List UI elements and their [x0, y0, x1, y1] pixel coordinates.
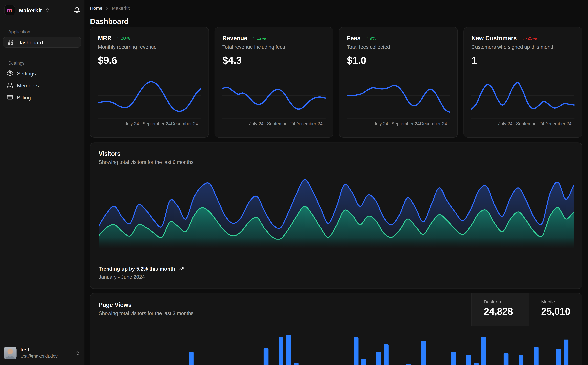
page-views-header: Page Views Showing total visitors for th… — [90, 293, 582, 326]
visitors-date-range: January - June 2024 — [99, 274, 145, 280]
credit-card-icon — [7, 94, 13, 101]
stat-value: $1.0 — [347, 55, 450, 66]
trend-arrow-icon: ↓ — [522, 35, 524, 41]
stat-value: $4.3 — [222, 55, 325, 66]
trend-badge: ↑ 20% — [117, 35, 130, 41]
breadcrumb-home-link[interactable]: Home — [90, 6, 103, 11]
page-views-tab-mobile[interactable]: Mobile 25,010 — [529, 293, 582, 326]
page-views-bar — [354, 337, 359, 365]
sparkline-chart — [471, 75, 574, 117]
sparkline-chart — [347, 75, 450, 117]
visitors-card: Visitors Showing total visitors for the … — [90, 143, 582, 289]
breadcrumb-current: Makerkit — [112, 6, 130, 11]
page-views-bar — [533, 347, 538, 365]
sidebar-item-settings[interactable]: Settings — [3, 68, 81, 79]
page-views-title: Page Views — [99, 302, 131, 309]
stat-subtitle: Customers who signed up this month — [471, 44, 574, 50]
sidebar-nav: Application Dashboard Settings Settings … — [3, 29, 81, 115]
page-views-bar — [474, 363, 478, 365]
logo-letter: m — [7, 7, 13, 14]
makerkit-logo: m — [5, 5, 15, 15]
page-views-bar-chart — [99, 335, 574, 365]
stat-card-header: New Customers ↓ -25% — [471, 35, 574, 42]
user-name: test — [20, 347, 58, 353]
x-axis-labels: July 24 September 24 December 24 — [471, 121, 574, 127]
page-views-card: Page Views Showing total visitors for th… — [90, 293, 582, 365]
page-views-bar — [406, 364, 411, 365]
page-views-bar — [294, 363, 298, 365]
tab-label: Desktop — [484, 299, 529, 305]
trend-arrow-icon: ↑ — [253, 35, 255, 41]
nav-item-label: Dashboard — [17, 39, 43, 45]
nav-item-label: Members — [17, 82, 39, 88]
trend-arrow-icon: ↑ — [366, 35, 368, 41]
page-views-bar — [564, 339, 568, 365]
visitors-trend-line: Trending up by 5.2% this month — [99, 266, 184, 272]
page-views-tab-desktop[interactable]: Desktop 24,828 — [471, 293, 529, 326]
users-icon — [7, 82, 13, 89]
nav-section: Application Dashboard — [3, 29, 81, 48]
axis-baseline — [98, 118, 201, 119]
page-views-bar — [188, 352, 193, 365]
nav-group-label: Application — [8, 29, 81, 35]
stat-card-header: Fees ↑ 9% — [347, 35, 450, 42]
main-content: Home Makerkit Dashboard MRR ↑ 20% Monthl… — [90, 0, 582, 365]
stat-card-header: Revenue ↑ 12% — [222, 35, 325, 42]
sidebar-item-billing[interactable]: Billing — [3, 92, 81, 103]
stat-title: Revenue — [222, 35, 247, 42]
trend-badge: ↑ 12% — [253, 35, 266, 41]
trend-value: 12% — [256, 35, 266, 41]
stat-card: New Customers ↓ -25% Customers who signe… — [463, 27, 582, 138]
stat-card-header: MRR ↑ 20% — [98, 35, 201, 42]
trend-badge: ↑ 9% — [366, 35, 376, 41]
trend-badge: ↓ -25% — [522, 35, 537, 41]
sidebar-item-dashboard[interactable]: Dashboard — [3, 37, 81, 48]
user-email: test@makerkit.dev — [20, 353, 58, 359]
user-info: test test@makerkit.dev — [20, 347, 58, 359]
nav-item-label: Billing — [17, 94, 31, 100]
visitors-trend-text: Trending up by 5.2% this month — [99, 266, 175, 272]
trend-value: 20% — [121, 35, 130, 41]
page-views-bar — [421, 341, 426, 365]
chart-fade — [99, 238, 574, 249]
x-axis-labels: July 24 September 24 December 24 — [98, 121, 201, 127]
x-axis-labels: July 24 September 24 December 24 — [347, 121, 450, 127]
stat-value: 1 — [471, 55, 574, 66]
stat-card: Revenue ↑ 12% Total revenue including fe… — [214, 27, 333, 138]
page-views-bar — [466, 355, 471, 365]
tab-label: Mobile — [541, 299, 582, 305]
stat-card: MRR ↑ 20% Monthly recurring revenue $9.6… — [90, 27, 209, 138]
stat-value: $9.6 — [98, 55, 201, 66]
stat-title: MRR — [98, 35, 112, 42]
page-views-bar — [519, 355, 524, 365]
axis-baseline — [347, 118, 450, 119]
page-views-tabs: Desktop 24,828 Mobile 25,010 — [471, 293, 582, 326]
bell-icon[interactable] — [73, 7, 80, 14]
page-views-bar — [361, 359, 366, 365]
stat-card: Fees ↑ 9% Total fees collected $1.0 July… — [339, 27, 458, 138]
nav-item-label: Settings — [17, 70, 36, 76]
page-views-bar — [264, 348, 269, 365]
visitors-title: Visitors — [99, 150, 120, 157]
sparkline-chart — [98, 75, 201, 117]
sparkline-chart — [222, 75, 325, 117]
trend-arrow-icon: ↑ — [117, 35, 119, 41]
breadcrumb: Home Makerkit — [90, 6, 130, 11]
axis-baseline — [471, 118, 574, 119]
page-views-bar — [451, 352, 456, 365]
x-axis-labels: July 24 September 24 December 24 — [222, 121, 325, 127]
sidebar-item-members[interactable]: Members — [3, 80, 81, 91]
dashboard-icon — [7, 39, 14, 45]
user-menu[interactable]: test test@makerkit.dev — [4, 345, 80, 361]
trending-up-icon — [178, 266, 184, 272]
page-views-bar — [279, 337, 284, 365]
team-switcher[interactable]: m Makerkit — [5, 4, 80, 17]
chevrons-up-down-icon — [45, 8, 50, 12]
nav-group-label: Settings — [8, 60, 81, 66]
stat-cards-row: MRR ↑ 20% Monthly recurring revenue $9.6… — [90, 27, 582, 138]
team-name: Makerkit — [19, 7, 42, 14]
visitors-area-chart — [99, 173, 574, 248]
stat-subtitle: Monthly recurring revenue — [98, 44, 201, 50]
sidebar: m Makerkit Application Dashboard Setting… — [0, 0, 84, 365]
chevron-right-icon — [105, 6, 109, 10]
